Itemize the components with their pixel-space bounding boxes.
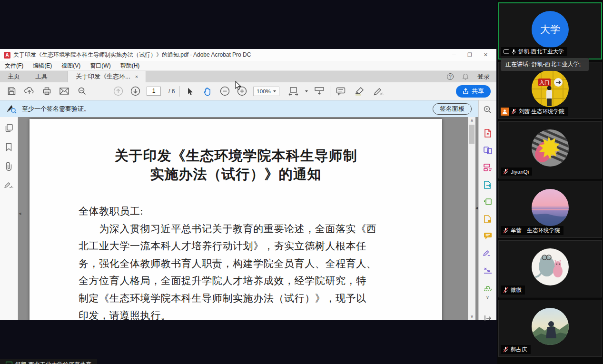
menu-edit[interactable]: 编辑(E) (33, 62, 52, 70)
participant-name-bar: 刘茜-生态环境学院 (501, 107, 568, 116)
participant-name-bar: 舒凯-西北工业大学 (501, 47, 567, 56)
mic-muted-icon (503, 168, 508, 175)
zoom-out-icon[interactable] (219, 86, 230, 97)
body-line: 务，强化全体教师教书育人职责，构建学院全员育人、全程育人、 (79, 255, 393, 273)
tab-tools[interactable]: 工具 (28, 71, 55, 82)
comment-icon[interactable] (335, 86, 346, 97)
upload-cloud-icon[interactable] (23, 86, 35, 97)
vertical-scrollbar[interactable]: ∧ ∨ (468, 117, 475, 320)
body-line: 印发，请遵照执行。 (79, 307, 393, 320)
zoom-level-dropdown[interactable]: 100% (253, 87, 279, 96)
body-line: 北工业大学一流本科人才培养行动计划》，夯实立德树人根本任 (79, 237, 393, 255)
scrollbar-thumb[interactable] (469, 125, 474, 144)
avatar: 入口 (532, 70, 569, 107)
login-button[interactable]: 登录 (477, 72, 490, 81)
certificates-icon[interactable] (483, 265, 493, 275)
chevron-down-icon[interactable] (305, 90, 308, 92)
page-thumbnails-icon[interactable] (5, 124, 13, 132)
document-body: 全体教职员工: 为深入贯彻习近平总书记关于教育的重要论述，全面落实《西 北工业大… (30, 203, 442, 320)
previous-page-icon[interactable] (112, 86, 124, 97)
document-title: 关于印发《生态环境学院本科生导师制 实施办法（试行）》的通知 (30, 147, 442, 184)
participant-tile[interactable]: 微微 (498, 240, 602, 297)
search-icon[interactable] (76, 86, 88, 97)
avatar (532, 248, 569, 285)
menu-file[interactable]: 文件(F) (5, 62, 23, 70)
participant-name: 郝占庆 (511, 346, 527, 353)
participant-tile[interactable]: JiyanQi (498, 121, 602, 178)
tab-document-label: 关于印发《生态环... (76, 72, 130, 81)
scroll-down-icon[interactable]: ∨ (468, 314, 475, 319)
mic-icon (512, 49, 516, 55)
speaking-tooltip: 正在讲话: 舒凯-西北工业大学; (501, 58, 589, 71)
avatar (532, 129, 569, 167)
highlight-icon[interactable] (354, 86, 366, 97)
request-signatures-icon[interactable] (483, 214, 493, 224)
chevron-down-icon (273, 90, 276, 92)
bell-icon[interactable] (462, 73, 469, 80)
pdf-page[interactable]: 关于印发《生态环境学院本科生导师制 实施办法（试行）》的通知 全体教职员工: 为… (30, 119, 442, 320)
collapse-left-panel-icon[interactable]: ◂ (19, 210, 21, 216)
edit-pdf-icon[interactable] (483, 162, 493, 173)
notice-message: 至少一个签名需要验证。 (22, 105, 90, 113)
menu-view[interactable]: 视图(V) (61, 62, 80, 70)
select-tool-icon[interactable] (185, 86, 196, 97)
close-button[interactable]: ✕ (484, 52, 488, 58)
next-page-icon[interactable] (129, 86, 141, 97)
save-icon[interactable] (6, 86, 17, 97)
participant-name: 牟蕾—生态环境学院 (511, 227, 560, 234)
sign-icon[interactable] (373, 86, 385, 97)
attachments-icon[interactable] (5, 162, 13, 171)
participant-tile[interactable]: 大学 舒凯-西北工业大学 (498, 2, 602, 59)
expand-panel-icon[interactable] (483, 313, 493, 324)
tools-panel: ∨ (478, 100, 496, 320)
tab-close-icon[interactable]: × (135, 74, 138, 79)
page-total-label: / 6 (168, 88, 175, 95)
share-button[interactable]: 共享 (456, 85, 491, 98)
comment-tool-icon[interactable] (483, 231, 493, 241)
participant-name: 舒凯-西北工业大学 (518, 48, 564, 55)
signature-panel-button[interactable]: 签名面板 (433, 103, 472, 115)
minimize-button[interactable]: ─ (452, 52, 456, 58)
participant-name-bar: JiyanQi (501, 167, 532, 176)
tab-document[interactable]: 关于印发《生态环... × (68, 71, 146, 82)
organize-pages-icon[interactable] (483, 197, 493, 207)
create-pdf-icon[interactable] (483, 128, 493, 138)
screenshare-icon (504, 49, 509, 54)
signature-verify-icon (7, 104, 17, 114)
collapse-right-panel-icon[interactable]: ◂ (475, 206, 478, 210)
find-icon[interactable] (483, 104, 493, 115)
help-icon[interactable]: ? (447, 73, 454, 80)
chevron-down-icon[interactable]: ∨ (486, 295, 489, 300)
menu-help[interactable]: 帮助(H) (120, 62, 140, 70)
body-line: 制定《生态环境学院本科生导师制实施办法（试行）》，现予以 (79, 290, 393, 307)
body-line: 为深入贯彻习近平总书记关于教育的重要论述，全面落实《西 (79, 220, 393, 238)
tab-home[interactable]: 主页 (0, 71, 28, 82)
stamp-icon[interactable] (483, 282, 493, 293)
fit-width-icon[interactable] (288, 86, 299, 97)
bookmarks-icon[interactable] (5, 143, 12, 151)
participant-tile[interactable]: 牟蕾—生态环境学院 (498, 181, 602, 238)
print-icon[interactable] (41, 86, 52, 97)
maximize-button[interactable]: ❐ (467, 52, 472, 58)
participant-name-bar: 牟蕾—生态环境学院 (501, 226, 563, 235)
page-scrolling-icon[interactable] (314, 86, 325, 97)
fill-sign-icon[interactable] (483, 248, 493, 258)
export-pdf-icon[interactable] (483, 179, 493, 190)
email-icon[interactable] (59, 86, 70, 97)
participant-name-bar: 微微 (501, 285, 525, 295)
screen-share-label: 舒凯-西北工业大学的屏幕共享 (15, 361, 91, 364)
scroll-up-icon[interactable]: ∧ (468, 118, 475, 123)
menu-bar: 文件(F) 编辑(E) 视图(V) 窗口(W) 帮助(H) (0, 61, 496, 71)
participant-name: 刘茜-生态环境学院 (519, 108, 564, 115)
page-number-input[interactable]: 1 (147, 87, 161, 96)
mouse-cursor (235, 81, 242, 90)
window-titlebar: A 关于印发《生态环境学院本科生导师制实施办法（试行）》的通知.pdf - Ad… (0, 49, 496, 61)
salutation: 全体教职员工: (79, 203, 393, 220)
mic-muted-icon (511, 108, 516, 115)
signatures-icon[interactable] (4, 181, 14, 189)
participant-tile[interactable]: 郝占庆 (498, 300, 602, 357)
avatar (532, 308, 569, 345)
menu-window[interactable]: 窗口(W) (90, 62, 110, 70)
hand-tool-icon[interactable] (202, 86, 213, 97)
combine-files-icon[interactable] (483, 145, 493, 156)
